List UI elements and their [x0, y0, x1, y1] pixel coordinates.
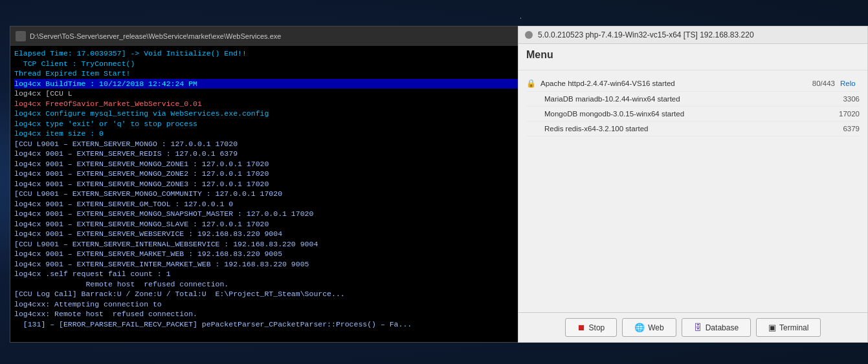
terminal-line: [CCU L9001 – EXTERN_SERVER_MONGO : 127.0…: [14, 139, 568, 149]
service-row: Redis redis-x64-3.2.100 started6379: [526, 122, 860, 136]
service-row: MongoDB mongodb-3.0.15-winx64 started170…: [526, 107, 860, 122]
terminal-line: log4cx item size : 0: [14, 129, 568, 139]
terminal-line: log4cx 9001 – EXTERN_SERVER_GM_TOOL : 12…: [14, 199, 568, 209]
terminal-line: Remote host refused connection.: [14, 279, 568, 290]
status-dot: [525, 31, 533, 39]
service-row: MariaDB mariadb-10.2.44-winx64 started33…: [526, 92, 860, 107]
service-name: Apache httpd-2.4.47-win64-VS16 started: [540, 80, 791, 87]
terminal-line: log4cx 9001 – EXTERN_SERVER_MONGO_ZONE2 …: [14, 169, 568, 179]
terminal-line: [131] – [ERROR_PARSER_FAIL_RECV_PACKET] …: [14, 319, 568, 330]
terminal-line: log4cx 9001 – EXTERN_SERVER_WEBSERVICE :…: [14, 229, 568, 239]
service-name: MongoDB mongodb-3.0.15-winx64 started: [544, 110, 816, 118]
service-name: Redis redis-x64-3.2.100 started: [544, 125, 816, 133]
web-button-label: Web: [648, 323, 663, 332]
service-port: 80/443: [796, 80, 835, 87]
service-row: 🔒Apache httpd-2.4.47-win64-VS16 started8…: [526, 76, 860, 92]
web-button[interactable]: 🌐Web: [622, 318, 676, 337]
terminal-line: [CCU L9001 – EXTERN_SERVER_INTERNAL_WEBS…: [14, 239, 568, 250]
terminal-line: [CCU Log Call] Barrack:U / Zone:U / Tota…: [14, 289, 568, 299]
terminal-line: TCP Client : TryConnect(): [14, 59, 568, 69]
menu-section: Menu: [518, 44, 867, 70]
right-panel-header: 5.0.0.210523 php-7.4.19-Win32-vc15-x64 […: [518, 27, 867, 44]
header-version-text: 5.0.0.210523 php-7.4.19-Win32-vc15-x64 […: [538, 30, 754, 39]
bottom-buttons: ⏹Stop🌐Web🗄Database▣Terminal: [518, 312, 867, 342]
terminal-line: log4cx 9001 – EXTERN_SERVER_MARKET_WEB :…: [14, 249, 568, 259]
terminal-line: log4cx 9001 – EXTERN_SERVER_MONGO_ZONE1 …: [14, 159, 568, 169]
terminal-line: Elapsed Time: 17.0039357] -> Void Initia…: [14, 48, 568, 59]
terminal-line: log4cx 9001 – EXTERN_SERVER_MONGO_ZONE3 …: [14, 179, 568, 189]
service-port: 17020: [821, 110, 860, 118]
database-icon: 🗄: [694, 323, 702, 332]
terminal-title: D:\Server\ToS-Server\server_release\WebS…: [30, 32, 514, 40]
terminal-titlebar: D:\Server\ToS-Server\server_release\WebS…: [10, 27, 572, 46]
terminal-window: D:\Server\ToS-Server\server_release\WebS…: [10, 26, 573, 343]
stop-button[interactable]: ⏹Stop: [565, 318, 618, 337]
terminal-icon: ▣: [768, 323, 776, 332]
terminal-line: log4cx Configure mysql_setting via WebSe…: [14, 109, 568, 119]
web-icon: 🌐: [634, 323, 645, 332]
menu-title: Menu: [526, 49, 860, 61]
terminal-button-label: Terminal: [779, 323, 808, 332]
stop-icon: ⏹: [577, 323, 586, 332]
service-name: MariaDB mariadb-10.2.44-winx64 started: [544, 95, 816, 103]
terminal-line: log4cx 9001 – EXTERN_SERVER_MONGO_SNAPSH…: [14, 209, 568, 219]
lock-icon: 🔒: [526, 79, 535, 88]
database-button[interactable]: 🗄Database: [682, 318, 751, 337]
terminal-app-icon: [16, 31, 26, 41]
terminal-line: log4cx BuildTime : 10/12/2018 12:42:24 P…: [14, 79, 568, 89]
terminal-line: log4cx [CCU L: [14, 89, 568, 99]
terminal-line: log4cxx: Remote host refused connection.: [14, 309, 568, 319]
right-panel: 5.0.0.210523 php-7.4.19-Win32-vc15-x64 […: [518, 26, 868, 343]
terminal-body: Elapsed Time: 17.0039357] -> Void Initia…: [10, 46, 572, 342]
service-port: 6379: [821, 125, 860, 133]
terminal-button[interactable]: ▣Terminal: [756, 318, 821, 337]
terminal-line: [CCU L9001 – EXTERN_SERVER_MONGO_COMMUNI…: [14, 189, 568, 199]
database-button-label: Database: [706, 323, 739, 332]
service-port: 3306: [821, 95, 860, 103]
terminal-line: log4cx 9001 – EXTERN_SERVER_REDIS : 127.…: [14, 149, 568, 159]
terminal-line: log4cx 9001 – EXTERN_SERVER_INTER_MARKET…: [14, 259, 568, 270]
terminal-line: log4cx 9001 – EXTERN_SERVER_MONGO_SLAVE …: [14, 219, 568, 230]
stop-button-label: Stop: [589, 323, 605, 332]
service-action[interactable]: Relo: [840, 80, 860, 87]
terminal-line: log4cx .self request fail count : 1: [14, 269, 568, 279]
terminal-line: log4cxx: Attempting connection to: [14, 299, 568, 310]
terminal-line: Thread Expired Item Start!: [14, 69, 568, 79]
terminal-line: log4cx type 'exit' or 'q' to stop proces…: [14, 119, 568, 129]
service-list: 🔒Apache httpd-2.4.47-win64-VS16 started8…: [518, 70, 867, 312]
terminal-line: log4cx FreeOfSavior_Market_WebService_0.…: [14, 99, 568, 109]
